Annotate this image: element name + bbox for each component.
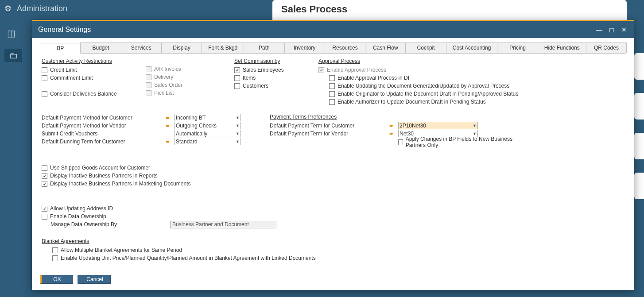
lbl-term-vendor: Default Payment Term for Vendor <box>270 131 389 137</box>
breadcrumb-text: Sales Process <box>281 4 618 15</box>
lbl-manage-ownership: Manage Data Ownership By <box>50 221 170 228</box>
arrow-icon[interactable]: ➨ <box>166 115 174 121</box>
tab-cost-accounting[interactable]: Cost Accounting <box>446 42 498 53</box>
tab-qr-codes[interactable]: QR Codes <box>586 42 627 53</box>
tab-hide-functions[interactable]: Hide Functions <box>538 42 586 53</box>
breadcrumb-tile: Sales Process <box>272 0 627 20</box>
chk-enable-data-ownership[interactable] <box>42 214 47 220</box>
arrow-icon[interactable]: ➨ <box>166 123 174 129</box>
sidebar-box-icon[interactable]: ◫ <box>4 27 18 40</box>
right-panel-tab-3[interactable] <box>634 133 644 159</box>
section-customer-activity: Customer Activity Restrictions <box>42 58 112 64</box>
general-settings-modal: General Settings — ◻ ✕ BP Budget Service… <box>32 20 634 290</box>
chk-enable-approval-di[interactable] <box>329 75 335 81</box>
chk-credit-limit[interactable] <box>42 67 47 73</box>
cancel-button[interactable]: Cancel <box>78 275 111 284</box>
dd-term-vendor[interactable]: Net30▼ <box>398 130 478 137</box>
section-approval: Approval Process <box>318 58 360 64</box>
chk-allow-multiple-blanket[interactable] <box>52 247 58 253</box>
dd-vouchers[interactable]: Automatically▼ <box>175 130 241 137</box>
tab-services[interactable]: Services <box>121 42 162 53</box>
chk-consider-deliveries[interactable] <box>42 91 47 97</box>
tab-pricing[interactable]: Pricing <box>497 42 538 53</box>
gear-icon: ⚙ <box>4 4 12 13</box>
arrow-icon[interactable]: ➨ <box>389 123 397 129</box>
chk-allow-update-addr[interactable] <box>42 206 47 212</box>
arrow-icon[interactable]: ➨ <box>166 139 174 145</box>
modal-title: General Settings <box>38 26 91 34</box>
right-panel-tab-1[interactable] <box>634 53 644 80</box>
chk-sales-order <box>146 82 151 88</box>
chk-enable-approval <box>318 67 324 73</box>
dd-dunning[interactable]: Standard▼ <box>175 138 241 145</box>
dd-pay-vendor[interactable]: Outgoing Checks▼ <box>175 122 241 129</box>
chk-ar-invoice <box>146 66 151 72</box>
section-blanket: Blanket Agreements <box>42 238 89 244</box>
lbl-term-customer: Default Payment Term for Customer <box>270 123 389 129</box>
lbl-dunning: Default Dunning Term for Customer <box>42 139 166 145</box>
lbl-pay-customer: Default Payment Method for Customer <box>42 115 166 121</box>
chk-sales-employees[interactable] <box>234 67 240 73</box>
chk-use-shipped[interactable] <box>42 165 47 171</box>
dd-term-customer[interactable]: 2P10Net30▼ <box>398 122 478 129</box>
txt-manage-ownership: Business Partner and Document <box>170 221 276 228</box>
tab-font-bkgd[interactable]: Font & Bkgd <box>202 42 244 53</box>
chk-enable-update-price[interactable] <box>52 255 58 261</box>
chk-items[interactable] <box>234 75 240 81</box>
lbl-vouchers: Submit Credit Vouchers <box>42 131 166 137</box>
section-payment-terms: Payment Terms Preferences <box>270 114 337 120</box>
sidebar-folder-icon[interactable]: 🗀 <box>4 49 22 62</box>
tab-cash-flow[interactable]: Cash Flow <box>365 42 406 53</box>
chk-inactive-marketing[interactable] <box>42 181 47 187</box>
chk-customers[interactable] <box>234 83 240 89</box>
tab-cockpit[interactable]: Cockpit <box>405 42 446 53</box>
section-set-commission: Set Commission by <box>234 58 280 64</box>
chk-commitment-limit[interactable] <box>42 75 47 81</box>
chk-enable-update-doc[interactable] <box>329 83 335 89</box>
right-panel-tab-2[interactable] <box>634 93 644 120</box>
tab-resources[interactable]: Resources <box>325 42 365 53</box>
right-panel-tab-4[interactable] <box>634 173 644 199</box>
tab-path[interactable]: Path <box>244 42 284 53</box>
tab-inventory[interactable]: Inventory <box>284 42 325 53</box>
tab-display[interactable]: Display <box>161 42 202 53</box>
maximize-icon[interactable]: ◻ <box>608 26 616 34</box>
arrow-icon[interactable]: ➨ <box>389 131 397 137</box>
chk-pick-list <box>146 90 151 96</box>
ok-button[interactable]: OK <box>40 275 73 284</box>
tabstrip: BP Budget Services Display Font & Bkgd P… <box>40 42 626 54</box>
chk-delivery <box>146 74 151 80</box>
minimize-icon[interactable]: — <box>595 26 603 34</box>
chk-enable-originator[interactable] <box>329 91 335 97</box>
close-icon[interactable]: ✕ <box>620 26 628 34</box>
chk-apply-changes[interactable] <box>398 139 403 145</box>
lbl-pay-vendor: Default Payment Method for Vendor <box>42 123 166 129</box>
tab-bp[interactable]: BP <box>40 43 81 54</box>
tab-budget[interactable]: Budget <box>80 42 121 53</box>
chk-enable-authorizer[interactable] <box>329 99 335 105</box>
page-title: Administration <box>17 4 67 13</box>
dd-pay-customer[interactable]: Incoming BT▼ <box>175 114 241 121</box>
chk-inactive-reports[interactable] <box>42 173 47 179</box>
